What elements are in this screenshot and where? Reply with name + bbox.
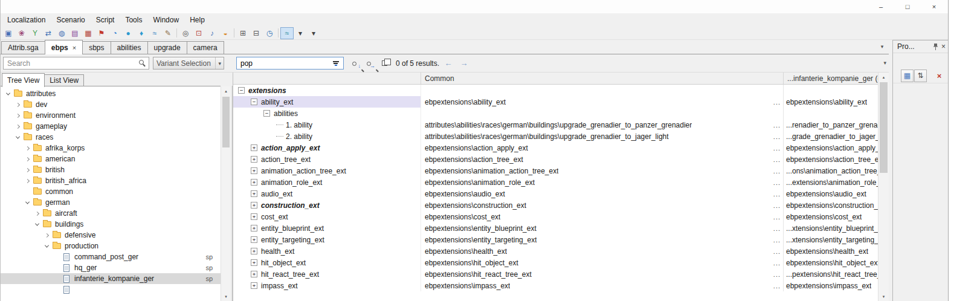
- scroll-down-icon[interactable]: ▾: [221, 292, 231, 301]
- filter-input[interactable]: [236, 57, 344, 70]
- table-row-2-ability[interactable]: 2. abilityattributes\abilities\races\ger…: [233, 131, 878, 142]
- chevron-down-icon[interactable]: [35, 221, 39, 225]
- chevron-right-icon[interactable]: [25, 146, 30, 150]
- tree-node-environment[interactable]: environment: [1, 110, 221, 121]
- more-button[interactable]: ...: [771, 190, 783, 198]
- table-row-impass-ext[interactable]: +impass_extebpextensions\impass_ext...eb…: [233, 280, 878, 291]
- sphere-icon[interactable]: ●: [121, 27, 135, 39]
- scrollbar-thumb[interactable]: [880, 82, 888, 173]
- more-button[interactable]: ...: [771, 213, 783, 221]
- find-icon[interactable]: ◎: [179, 27, 192, 39]
- close-icon[interactable]: ×: [941, 42, 946, 51]
- collapse-icon[interactable]: −: [263, 110, 270, 117]
- tab-upgrade[interactable]: upgrade: [147, 41, 187, 54]
- expand-icon[interactable]: +: [251, 259, 257, 266]
- world-search-icon[interactable]: ◍: [55, 27, 68, 39]
- tree-scrollbar[interactable]: ▴ ▾: [221, 86, 231, 301]
- stamp-icon[interactable]: ▤: [68, 27, 82, 39]
- chevron-down-icon[interactable]: [6, 91, 10, 95]
- expand-icon[interactable]: +: [251, 156, 257, 163]
- table-row-action-apply-ext[interactable]: +action_apply_extebpextensions\action_ap…: [233, 142, 878, 154]
- menu-item-script[interactable]: Script: [91, 14, 120, 26]
- chevron-right-icon[interactable]: [16, 124, 20, 128]
- expand-icon[interactable]: +: [251, 248, 257, 254]
- minimize-button[interactable]: –: [871, 1, 891, 12]
- table-row-hit-object-ext[interactable]: +hit_object_extebpextensions\hit_object_…: [233, 257, 878, 268]
- more-button[interactable]: ...: [771, 121, 783, 129]
- droplet-icon[interactable]: ♦: [135, 27, 148, 39]
- collapse-icon[interactable]: −: [251, 99, 257, 105]
- menu-item-tools[interactable]: Tools: [120, 14, 147, 26]
- tab-abilities[interactable]: abilities: [111, 41, 148, 54]
- tree-node-american[interactable]: american: [1, 154, 221, 164]
- table-row-abilities[interactable]: −abilities: [233, 108, 878, 119]
- waves-icon[interactable]: ≈: [148, 27, 161, 39]
- menu-item-window[interactable]: Window: [147, 14, 184, 26]
- tree-node-aircraft[interactable]: aircraft: [1, 208, 221, 219]
- more-button[interactable]: ...: [771, 202, 783, 209]
- table-row-animation-action-tree-ext[interactable]: +animation_action_tree_extebpextensions\…: [233, 165, 878, 176]
- tree-node-defensive[interactable]: defensive: [1, 230, 221, 241]
- chevron-right-icon[interactable]: [16, 113, 20, 117]
- tree-node-infanterie-kompanie-ger[interactable]: infanterie_kompanie_gersp: [1, 273, 221, 284]
- expand-icon[interactable]: +: [251, 213, 257, 220]
- expand-icon[interactable]: +: [251, 236, 257, 243]
- view-tab-list-view[interactable]: List View: [44, 74, 84, 86]
- more-button[interactable]: ...: [771, 236, 783, 244]
- next-result-button[interactable]: →: [457, 57, 471, 70]
- more-button[interactable]: ...: [771, 167, 783, 175]
- layers-icon[interactable]: ▣: [2, 27, 15, 39]
- expand-icon[interactable]: +: [251, 225, 257, 231]
- draw-options-chevron-icon[interactable]: ▾: [294, 27, 307, 39]
- cascade-button[interactable]: [378, 57, 391, 70]
- expand-icon[interactable]: +: [251, 179, 257, 186]
- previous-result-button[interactable]: ←: [442, 57, 455, 70]
- tab-ebps[interactable]: ebps×: [45, 40, 83, 54]
- expand-icon[interactable]: +: [251, 271, 257, 277]
- tree-node-british[interactable]: british: [1, 164, 221, 175]
- scroll-down-icon[interactable]: ▾: [878, 292, 889, 301]
- tree-node-production[interactable]: production: [1, 241, 221, 251]
- table-row-animation-role-ext[interactable]: +animation_role_extebpextensions\animati…: [233, 176, 878, 188]
- collapse-icon[interactable]: −: [238, 87, 245, 94]
- more-button[interactable]: ...: [771, 156, 783, 163]
- table-row-entity-targeting-ext[interactable]: +entity_targeting_extebpextensions\entit…: [233, 234, 878, 245]
- scroll-up-icon[interactable]: ▴: [221, 86, 231, 95]
- edit-icon[interactable]: ✎: [161, 27, 175, 39]
- more-button[interactable]: ...: [771, 248, 783, 255]
- clock-icon[interactable]: ◷: [263, 27, 276, 39]
- menu-item-scenario[interactable]: Scenario: [51, 14, 90, 26]
- more-button[interactable]: ...: [771, 225, 783, 232]
- column-header-entity[interactable]: ...infanterie_kompanie_ger (de: [783, 73, 878, 84]
- tree-node-attributes[interactable]: attributes: [1, 88, 221, 99]
- column-header-common[interactable]: Common: [421, 73, 783, 84]
- table-row-hit-react-tree-ext[interactable]: +hit_react_tree_extebpextensions\hit_rea…: [233, 268, 878, 280]
- chevron-down-icon[interactable]: [25, 199, 30, 204]
- find-all-button[interactable]: →: [363, 57, 376, 70]
- tree-node-german[interactable]: german: [1, 197, 221, 208]
- tab-close-icon[interactable]: ×: [73, 44, 76, 51]
- table-row-construction-ext[interactable]: +construction_extebpextensions\construct…: [233, 199, 878, 211]
- view-tab-tree-view[interactable]: Tree View: [2, 73, 45, 87]
- more-button[interactable]: ...: [771, 133, 783, 140]
- table-scrollbar[interactable]: ▴ ▾: [878, 73, 889, 301]
- tree-node-dev[interactable]: dev: [1, 99, 221, 110]
- categorized-button[interactable]: ▦: [901, 70, 914, 82]
- chevron-right-icon[interactable]: [25, 167, 30, 172]
- chevron-down-icon[interactable]: [16, 134, 20, 138]
- transfer-icon[interactable]: ⇄: [42, 27, 55, 39]
- column-header-tree[interactable]: [233, 73, 421, 84]
- reset-button[interactable]: ×: [933, 70, 946, 82]
- tab-list-button[interactable]: ▾: [877, 42, 887, 51]
- chevron-right-icon[interactable]: [35, 211, 39, 215]
- flag-icon[interactable]: ⚑: [95, 27, 108, 39]
- tree-node-common[interactable]: common: [1, 186, 221, 197]
- chevron-down-icon[interactable]: [45, 243, 49, 247]
- expand-icon[interactable]: +: [251, 202, 257, 209]
- tree-node-hq-ger[interactable]: hq_gersp: [1, 262, 221, 273]
- horizon-icon[interactable]: ◒: [219, 27, 232, 39]
- scroll-up-icon[interactable]: ▴: [878, 73, 889, 82]
- table-row-audio-ext[interactable]: +audio_extebpextensions\audio_ext...ebpe…: [233, 188, 878, 199]
- variant-selection-dropdown[interactable]: Variant Selection ▾: [153, 57, 224, 70]
- expand-icon[interactable]: +: [251, 167, 257, 174]
